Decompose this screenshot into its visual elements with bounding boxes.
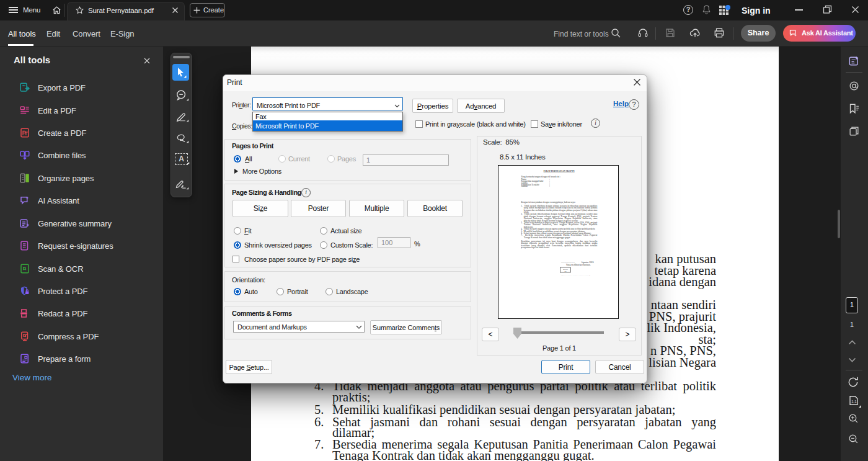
svg-text:1:1: 1:1 (851, 400, 857, 403)
